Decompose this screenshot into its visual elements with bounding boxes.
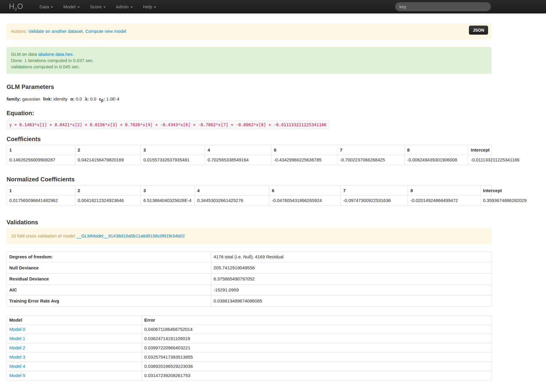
norm-coeff-value-8: -0.02014924866499472: [408, 195, 480, 205]
norm-coeff-value-7: -0.09747300922531636: [341, 195, 408, 205]
coeff-header-4: 4: [205, 145, 271, 155]
table-row: Model 3 0.032575417383513855: [7, 352, 492, 362]
param-alpha-label: α:: [70, 96, 74, 101]
model-3-link[interactable]: Model 3: [9, 354, 25, 359]
page-content: Actions: Validate on another dataset, Co…: [7, 24, 491, 380]
logo-text: O: [17, 2, 23, 10]
compute-new-model-link[interactable]: Compute new model: [85, 29, 126, 34]
search-input[interactable]: [395, 2, 491, 11]
models-table-header-row: Model Error: [7, 316, 492, 325]
norm-coeff-header-1: 1: [7, 186, 75, 195]
equation-heading: Equation:: [7, 110, 491, 117]
norm-coeff-value-3: 6.513864040325628E-4: [141, 195, 194, 205]
param-link-label: link:: [43, 96, 52, 101]
glm-model-link[interactable]: __GLMModel__91438d10a5b11a8d8158c0fd1fe3…: [76, 233, 185, 238]
coeff-header-8: 8: [404, 145, 468, 155]
validate-on-another-dataset-link[interactable]: Validate on another dataset: [28, 29, 83, 34]
param-epsilon-beta: εβ: 1.0E-4: [99, 96, 119, 101]
null-deviance-value: 205.7412919049558: [211, 262, 492, 273]
coefficients-header-row: 1 2 3 4 6 7 8 Intercept: [7, 145, 492, 155]
model-column-header: Model: [7, 316, 142, 325]
glm-parameters-heading: GLM Parameters: [7, 84, 491, 90]
aic-value: -15291.0959: [211, 284, 492, 295]
model-4-link[interactable]: Model 4: [9, 364, 25, 369]
glm-equation-code: y = 0.1463*x[1] + 0.0421*x[2] + 0.0156*x…: [7, 121, 329, 129]
menu-model[interactable]: Model: [58, 0, 85, 13]
model-5-link[interactable]: Model 5: [9, 373, 25, 378]
table-row: Model 0 0.040671186468752014: [7, 325, 492, 334]
menu-score[interactable]: Score: [85, 0, 111, 13]
h2o-logo[interactable]: H2O: [9, 2, 23, 12]
norm-coeff-header-intercept: Intercept: [480, 186, 492, 195]
aic-label: AIC: [7, 284, 211, 295]
coeff-header-1: 1: [7, 145, 75, 155]
table-row: Model 2 0.03997220966403221: [7, 343, 492, 352]
caret-down-icon: [51, 7, 53, 8]
json-button[interactable]: JSON: [469, 26, 488, 35]
param-epsilon-beta-label: εβ:: [99, 96, 105, 101]
coeff-value-7: -0.7002237066268425: [337, 155, 404, 165]
param-family-label: family:: [7, 96, 21, 101]
coefficients-table: 1 2 3 4 6 7 8 Intercept 0.14626256009908…: [7, 145, 492, 165]
norm-coeff-header-3: 3: [141, 186, 194, 195]
model-1-error: 0.03624714191109019: [142, 334, 492, 343]
model-2-error: 0.03997220966403221: [142, 343, 492, 352]
norm-coeff-header-6: 6: [269, 186, 341, 195]
menu-admin[interactable]: Admin: [111, 0, 138, 13]
menu-data[interactable]: Data: [34, 0, 58, 13]
coeff-value-4: 0.702565338549164: [205, 155, 271, 165]
caret-down-icon: [77, 7, 80, 8]
param-family: family: gaussian: [7, 96, 40, 101]
param-link-value: identity: [53, 96, 68, 101]
dataset-link[interactable]: abalone.data.hex: [38, 52, 73, 57]
coeff-value-2: 0.04214156479820169: [75, 155, 141, 165]
status-line-2: Done. 1 iterations computed in 0.037 sec…: [11, 57, 487, 64]
coeff-header-6: 6: [271, 145, 337, 155]
table-row: Training Error Rate Avg 0.03881348967408…: [7, 295, 492, 306]
norm-coeff-header-2: 2: [75, 186, 141, 195]
caret-down-icon: [154, 7, 156, 8]
norm-coeff-value-2: 0.00418212324923646: [75, 195, 141, 205]
training-error-rate-avg-label: Training Error Rate Avg: [7, 295, 211, 306]
cross-validation-text: 10 fold cross validation of model: [11, 233, 76, 238]
param-lambda-label: λ:: [85, 96, 89, 101]
epsilon-colon: :: [103, 96, 105, 101]
table-row: Residual Deviance 6.375865490797052: [7, 273, 492, 284]
null-deviance-label: Null Deviance: [7, 262, 211, 273]
status-line1-suffix: .: [73, 52, 74, 57]
norm-coeff-value-1: 0.017565096841482962: [7, 195, 75, 205]
model-cell: Model 5: [7, 371, 142, 380]
validations-heading: Validations: [7, 219, 491, 226]
table-row: Model 4 0.038920186529223036: [7, 362, 492, 371]
epsilon-symbol: ε: [99, 96, 101, 101]
actions-separator: ,: [83, 29, 85, 34]
param-alpha-value: 0.0: [76, 96, 82, 101]
coeff-value-8: -0.006249439301906008: [404, 155, 468, 165]
normalized-coefficients-heading: Normalized Coefficients: [7, 176, 491, 183]
error-column-header: Error: [142, 316, 492, 325]
param-link: link: identity: [43, 96, 68, 101]
coeff-header-2: 2: [75, 145, 141, 155]
model-1-link[interactable]: Model 1: [9, 336, 25, 341]
menu-help[interactable]: Help: [138, 0, 162, 13]
top-navbar: H2O Data Model Score Admin Help: [0, 0, 546, 13]
coeff-header-intercept: Intercept: [468, 145, 492, 155]
normalized-coefficients-value-row: 0.017565096841482962 0.00418212324923646…: [7, 195, 492, 205]
param-lambda: λ: 0.0: [85, 96, 96, 101]
table-row: Model 1 0.03624714191109019: [7, 334, 492, 343]
norm-coeff-header-4: 4: [194, 186, 269, 195]
caret-down-icon: [103, 7, 106, 8]
norm-coeff-header-8: 8: [408, 186, 480, 195]
actions-label: Actions:: [11, 29, 28, 34]
degrees-of-freedom-value: 4176 total (i.e. Null); 4169 Residual: [211, 251, 492, 262]
caret-down-icon: [131, 7, 133, 8]
coeff-header-3: 3: [141, 145, 205, 155]
model-0-link[interactable]: Model 0: [9, 327, 25, 332]
norm-coeff-value-6: -0.047605431866265924: [269, 195, 341, 205]
table-row: Degrees of freedom: 4176 total (i.e. Nul…: [7, 251, 492, 262]
glm-parameters-line: family: gaussian link: identity α: 0.0 λ…: [7, 96, 491, 103]
coeff-value-6: -0.43429966225636785: [271, 155, 337, 165]
model-2-link[interactable]: Model 2: [9, 345, 25, 350]
norm-coeff-value-intercept: 0.3593674886282029: [480, 195, 492, 205]
table-row: Model 5 0.03147239208261753: [7, 371, 492, 380]
